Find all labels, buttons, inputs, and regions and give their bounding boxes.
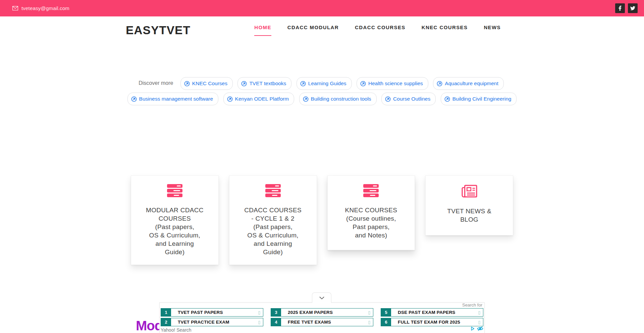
card-tvet-news-blog[interactable]: TVET NEWS & BLOG (425, 175, 513, 235)
eye-slash-icon[interactable] (477, 326, 483, 331)
card-title: TVET NEWS & BLOG (426, 207, 513, 224)
ad-link-dse-past-exam-papers[interactable]: 5 DSE PAST EXAM PAPERS ▯ (381, 308, 483, 317)
chevron-down-icon (319, 296, 324, 299)
site-logo[interactable]: EASYTVET (126, 23, 191, 37)
facebook-button[interactable] (615, 3, 625, 13)
circle-arrow-icon (300, 81, 306, 87)
chevron-right-icon: ▯ (368, 318, 373, 326)
ad-attribution-link[interactable]: Yahoo! Search (161, 327, 192, 333)
facebook-icon (618, 6, 622, 11)
chevron-right-icon: ▯ (258, 318, 263, 326)
top-bar: tveteasy@gmail.com (0, 0, 644, 16)
server-icon (363, 184, 379, 197)
rank-badge: 6 (381, 318, 391, 326)
search-ad-panel: Search for 1 TVET PAST PAPERS ▯ 2 TVET P… (159, 302, 485, 333)
circle-arrow-icon (184, 81, 190, 87)
pill-business-management-software[interactable]: Business management software (127, 93, 219, 105)
section-heading-fragment: Modu (136, 318, 160, 333)
pill-learning-guides[interactable]: Learning Guides (297, 77, 352, 90)
ad-link-free-tvet-exams[interactable]: 4 FREE TVET EXAMS ▯ (271, 318, 373, 326)
ad-link-full-test-exam-2025[interactable]: 6 FULL TEST EXAM FOR 2025 ▯ (381, 318, 483, 326)
rank-badge: 5 (381, 309, 391, 316)
chevron-right-icon: ▯ (258, 309, 263, 316)
chevron-right-icon: ▯ (368, 309, 373, 316)
site-header: EASYTVET HOME CDACC MODULAR CDACC COURSE… (126, 16, 518, 45)
twitter-button[interactable] (628, 3, 638, 13)
card-cdacc-courses-cycle[interactable]: CDACC COURSES - CYCLE 1 & 2 (Past papers… (229, 175, 317, 265)
circle-arrow-icon (131, 96, 137, 102)
main-nav: HOME CDACC MODULAR CDACC COURSES KNEC CO… (254, 24, 518, 36)
discover-more-ad-unit: Discover more KNEC Courses TVET textbook… (0, 77, 644, 105)
newspaper-icon (426, 184, 513, 198)
pill-building-civil-engineering[interactable]: Building Civil Engineering (441, 93, 517, 105)
social-links (615, 3, 638, 13)
nav-item-knec-courses[interactable]: KNEC COURSES (422, 24, 468, 36)
nav-item-news[interactable]: NEWS (484, 24, 501, 36)
ad-link-tvet-past-papers[interactable]: 1 TVET PAST PAPERS ▯ (161, 308, 263, 317)
rank-badge: 1 (161, 309, 171, 316)
circle-arrow-icon (227, 96, 233, 102)
email-text: tveteasy@gmail.com (21, 5, 69, 11)
circle-arrow-icon (360, 81, 366, 87)
pill-building-construction-tools[interactable]: Building construction tools (299, 93, 377, 105)
discover-label: Discover more (139, 80, 173, 86)
pill-aquaculture-equipment[interactable]: Aquaculture equipment (433, 77, 503, 90)
ad-collapse-button[interactable] (312, 292, 331, 303)
pill-health-science-supplies[interactable]: Health science supplies (357, 77, 428, 90)
pill-tvet-textbooks[interactable]: TVET textbooks (237, 77, 291, 90)
envelope-icon (12, 6, 18, 10)
chevron-right-icon: ▯ (478, 318, 483, 326)
discover-row-2: Business management software Kenyan ODEL… (0, 93, 644, 105)
circle-arrow-icon (241, 81, 247, 87)
contact-email-link[interactable]: tveteasy@gmail.com (12, 5, 69, 11)
rank-badge: 2 (161, 318, 171, 326)
ad-links-grid: 1 TVET PAST PAPERS ▯ 2 TVET PRACTICE EXA… (161, 308, 483, 326)
card-title: KNEC COURSES (Course outlines, Past pape… (328, 206, 415, 239)
rank-badge: 4 (271, 318, 281, 326)
circle-arrow-icon (444, 96, 450, 102)
card-modular-cdacc-courses[interactable]: MODULAR CDACC COURSES (Past papers, OS &… (131, 175, 219, 265)
circle-arrow-icon (437, 81, 442, 87)
ad-link-2025-exam-papers[interactable]: 3 2025 EXAM PAPERS ▯ (271, 308, 373, 317)
rank-badge: 3 (271, 309, 281, 316)
card-title: MODULAR CDACC COURSES (Past papers, OS &… (131, 206, 218, 256)
nav-item-cdacc-courses[interactable]: CDACC COURSES (355, 24, 406, 36)
twitter-icon (630, 6, 635, 11)
server-icon (265, 184, 281, 197)
search-for-label: Search for (462, 302, 482, 308)
ad-controls (470, 326, 483, 331)
circle-arrow-icon (303, 96, 309, 102)
circle-arrow-icon (385, 96, 391, 102)
pill-course-outlines[interactable]: Course Outlines (381, 93, 436, 105)
nav-item-cdacc-modular[interactable]: CDACC MODULAR (287, 24, 339, 36)
ad-link-tvet-practice-exam[interactable]: 2 TVET PRACTICE EXAM ▯ (161, 318, 263, 326)
course-cards: MODULAR CDACC COURSES (Past papers, OS &… (131, 175, 513, 265)
discover-row-1: Discover more KNEC Courses TVET textbook… (0, 77, 644, 90)
card-knec-courses[interactable]: KNEC COURSES (Course outlines, Past pape… (327, 175, 415, 250)
adchoices-icon[interactable] (470, 326, 475, 331)
server-icon (167, 184, 182, 197)
chevron-right-icon: ▯ (478, 309, 483, 316)
card-title: CDACC COURSES - CYCLE 1 & 2 (Past papers… (229, 206, 317, 256)
pill-kenyan-odel-platform[interactable]: Kenyan ODEL Platform (223, 93, 294, 105)
pill-knec-courses[interactable]: KNEC Courses (180, 77, 233, 90)
nav-item-home[interactable]: HOME (254, 24, 271, 36)
